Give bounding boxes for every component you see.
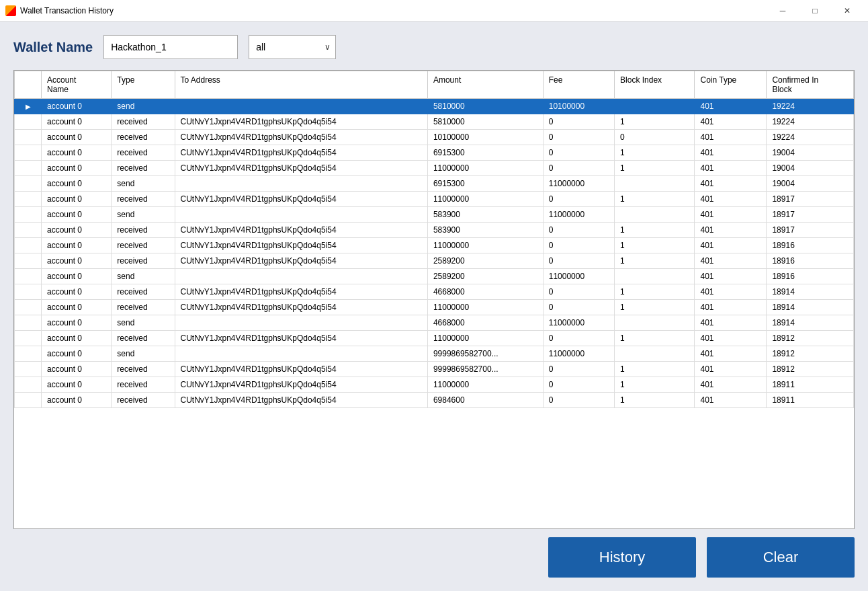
table-row[interactable]: account 0receivedCUtNvY1Jxpn4V4RD1tgphsU… [15,161,854,176]
wallet-name-label: Wallet Name [13,40,93,55]
col-block-index: Block Index [615,71,695,99]
bottom-bar: History Clear [13,537,855,578]
transaction-table: AccountName Type To Address Amount Fee B… [14,71,854,408]
table-row[interactable]: ▶account 0send58100001010000040119224 [15,99,854,114]
table-row[interactable]: account 0send9999869582700...11000000401… [15,346,854,362]
table-row[interactable]: account 0send5839001100000040118917 [15,207,854,223]
filter-select-wrapper: all send received [249,35,336,59]
close-button[interactable]: ✕ [832,0,863,22]
table-row[interactable]: account 0receivedCUtNvY1Jxpn4V4RD1tgphsU… [15,300,854,315]
maximize-button[interactable]: □ [799,0,830,22]
table-row[interactable]: account 0receivedCUtNvY1Jxpn4V4RD1tgphsU… [15,331,854,346]
history-button[interactable]: History [548,537,696,578]
col-to-address: To Address [175,71,427,99]
title-bar-controls: ─ □ ✕ [767,0,863,22]
filter-select[interactable]: all send received [249,35,336,59]
title-bar: Wallet Transaction History ─ □ ✕ [0,0,868,22]
table-row[interactable]: account 0receivedCUtNvY1Jxpn4V4RD1tgphsU… [15,114,854,130]
col-confirmed-in-block: Confirmed InBlock [767,71,854,99]
table-container: AccountName Type To Address Amount Fee B… [13,70,855,529]
col-amount: Amount [427,71,543,99]
table-row[interactable]: account 0receivedCUtNvY1Jxpn4V4RD1tgphsU… [15,377,854,393]
table-row[interactable]: account 0send25892001100000040118916 [15,269,854,284]
minimize-button[interactable]: ─ [767,0,798,22]
app-icon [5,5,16,16]
col-account-name: AccountName [42,71,112,99]
table-row[interactable]: account 0receivedCUtNvY1Jxpn4V4RD1tgphsU… [15,362,854,377]
table-row[interactable]: account 0send46680001100000040118914 [15,315,854,331]
clear-button[interactable]: Clear [707,537,855,578]
col-fee: Fee [543,71,614,99]
table-row[interactable]: account 0receivedCUtNvY1Jxpn4V4RD1tgphsU… [15,253,854,269]
table-row[interactable]: account 0receivedCUtNvY1Jxpn4V4RD1tgphsU… [15,145,854,161]
col-type: Type [112,71,175,99]
window-title: Wallet Transaction History [20,6,114,15]
col-coin-type: Coin Type [695,71,767,99]
table-row[interactable]: account 0receivedCUtNvY1Jxpn4V4RD1tgphsU… [15,130,854,145]
table-row[interactable]: account 0receivedCUtNvY1Jxpn4V4RD1tgphsU… [15,223,854,238]
table-row[interactable]: account 0receivedCUtNvY1Jxpn4V4RD1tgphsU… [15,192,854,207]
table-row[interactable]: account 0receivedCUtNvY1Jxpn4V4RD1tgphsU… [15,284,854,300]
col-arrow [15,71,42,99]
table-row[interactable]: account 0receivedCUtNvY1Jxpn4V4RD1tgphsU… [15,393,854,408]
wallet-header: Wallet Name all send received [13,35,855,59]
table-scroll[interactable]: AccountName Type To Address Amount Fee B… [14,71,854,528]
title-bar-left: Wallet Transaction History [5,5,114,16]
table-row[interactable]: account 0send69153001100000040119004 [15,176,854,192]
table-row[interactable]: account 0receivedCUtNvY1Jxpn4V4RD1tgphsU… [15,238,854,253]
wallet-name-input[interactable] [103,35,238,59]
main-content: Wallet Name all send received AccountNam… [0,22,868,591]
